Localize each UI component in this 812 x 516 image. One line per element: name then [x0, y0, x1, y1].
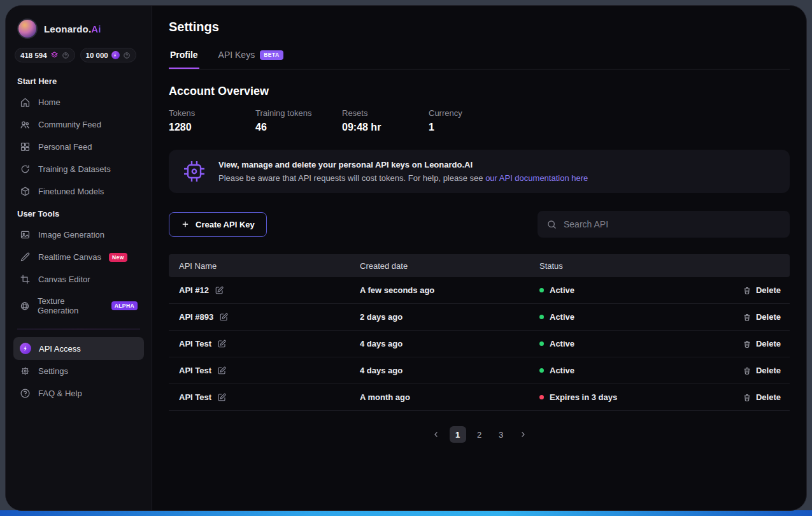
api-keys-illustration-icon	[182, 159, 207, 184]
page-button-1[interactable]: 1	[450, 426, 466, 443]
status-text: Active	[550, 366, 574, 375]
edit-icon[interactable]	[215, 285, 224, 295]
plus-icon	[181, 220, 190, 229]
table-row: API #12 A few seconds ago Active Delete	[169, 277, 790, 304]
delete-label: Delete	[756, 339, 781, 348]
search-input[interactable]	[564, 219, 781, 229]
banner-line2-text: Please be aware that API requests will c…	[218, 173, 485, 183]
api-info-banner: View, manage and delete your personal AP…	[169, 150, 790, 193]
edit-icon[interactable]	[219, 312, 229, 322]
status-dot	[539, 288, 544, 292]
api-name: API Test	[179, 392, 211, 402]
table-header: API Name Created date Status	[169, 254, 790, 277]
brand-name-suffix: Ai	[91, 24, 101, 34]
status-dot	[539, 341, 544, 346]
sidebar-item-label: Realtime Canvas	[38, 252, 101, 262]
banner-line2: Please be aware that API requests will c…	[218, 173, 588, 183]
created-date: 4 days ago	[350, 339, 529, 348]
account-stats: Tokens 1280 Training tokens 46 Resets 09…	[169, 108, 790, 133]
sidebar-item-personal-feed[interactable]: Personal Feed	[13, 136, 144, 158]
stat-value: 46	[255, 122, 342, 133]
sidebar-item-realtime-canvas[interactable]: Realtime Canvas New	[13, 246, 144, 268]
tokens-icon	[50, 51, 59, 59]
sidebar-item-finetuned-models[interactable]: Finetuned Models	[13, 180, 144, 203]
delete-button[interactable]: Delete	[707, 339, 790, 348]
tab-api-keys[interactable]: API Keys BETA	[217, 50, 285, 69]
delete-label: Delete	[756, 392, 781, 402]
status-dot	[539, 368, 544, 373]
sidebar-item-canvas-editor[interactable]: Canvas Editor	[13, 268, 144, 290]
desktop-edge-strip	[0, 510, 812, 516]
status-text: Active	[550, 312, 574, 322]
api-name: API Test	[179, 366, 211, 375]
delete-label: Delete	[756, 366, 781, 375]
stat-value: 1280	[169, 122, 255, 133]
sidebar-item-home[interactable]: Home	[13, 91, 144, 113]
status-text: Active	[550, 339, 574, 348]
premium-token-counter[interactable]: 10 000	[80, 48, 136, 62]
pagination: 1 2 3	[169, 426, 790, 443]
search-icon	[546, 219, 557, 230]
trash-icon	[743, 393, 751, 402]
alpha-badge: ALPHA	[111, 301, 138, 310]
delete-button[interactable]: Delete	[707, 285, 790, 295]
page-button-2[interactable]: 2	[471, 426, 488, 443]
sidebar-item-image-generation[interactable]: Image Generation	[13, 224, 144, 246]
trash-icon	[743, 313, 751, 322]
sidebar-item-label: Image Generation	[38, 230, 104, 240]
token-counter[interactable]: 418 594	[15, 48, 75, 62]
trash-icon	[743, 340, 751, 348]
api-name: API Test	[179, 339, 211, 348]
page-button-3[interactable]: 3	[493, 426, 509, 443]
banner-text: View, manage and delete your personal AP…	[218, 160, 588, 183]
column-created-date: Created date	[350, 261, 529, 271]
stat-value: 09:48 hr	[342, 122, 429, 133]
stat-label: Training tokens	[255, 108, 342, 118]
sidebar-section-start-here: Start Here	[13, 70, 144, 91]
edit-icon[interactable]	[217, 392, 227, 402]
prev-page-button[interactable]	[428, 426, 445, 443]
help-icon	[20, 388, 31, 399]
premium-token-count: 10 000	[86, 52, 108, 59]
sidebar-item-settings[interactable]: Settings	[13, 360, 144, 382]
sidebar-divider	[17, 329, 140, 329]
chevron-right-icon	[518, 430, 527, 439]
sidebar-item-community-feed[interactable]: Community Feed	[13, 113, 144, 136]
created-date: 4 days ago	[350, 366, 529, 375]
chevron-left-icon	[432, 430, 441, 439]
sidebar-section-user-tools: User Tools	[13, 203, 144, 224]
info-icon[interactable]	[62, 52, 69, 59]
sidebar-item-label: Home	[38, 97, 61, 107]
brush-icon	[20, 252, 31, 262]
delete-label: Delete	[756, 312, 781, 322]
sidebar-item-api-access[interactable]: API Access	[13, 337, 144, 360]
delete-button[interactable]: Delete	[707, 392, 790, 402]
edit-icon[interactable]	[217, 366, 227, 375]
edit-icon[interactable]	[217, 339, 227, 348]
info-icon[interactable]	[123, 52, 131, 59]
delete-button[interactable]: Delete	[707, 312, 790, 322]
create-api-key-button[interactable]: Create API Key	[169, 212, 267, 237]
app-window: Leonardo.Ai 418 594 10 000 Start Here Ho…	[5, 5, 807, 511]
api-name: API #12	[179, 285, 209, 295]
crop-icon	[20, 274, 31, 285]
home-icon	[20, 97, 31, 108]
api-name: API #893	[179, 312, 213, 322]
next-page-button[interactable]	[515, 426, 531, 443]
tab-label: API Keys	[218, 50, 255, 60]
sidebar-item-training-datasets[interactable]: Training & Datasets	[13, 158, 144, 180]
delete-button[interactable]: Delete	[707, 366, 790, 375]
image-icon	[20, 229, 31, 240]
sidebar-item-faq-help[interactable]: FAQ & Help	[13, 382, 144, 405]
status-cell: Active	[529, 312, 707, 322]
tab-profile[interactable]: Profile	[169, 50, 199, 69]
search-box[interactable]	[538, 211, 790, 238]
sidebar-item-texture-generation[interactable]: Texture Generation ALPHA	[13, 290, 144, 321]
status-cell: Active	[529, 366, 707, 375]
grid-icon	[20, 141, 31, 152]
brand-logo[interactable]: Leonardo.Ai	[13, 15, 144, 48]
page-title: Settings	[169, 20, 790, 34]
sidebar-item-label: Texture Generation	[38, 296, 104, 315]
api-docs-link[interactable]: our API documentation here	[485, 173, 588, 183]
status-dot	[539, 395, 544, 399]
